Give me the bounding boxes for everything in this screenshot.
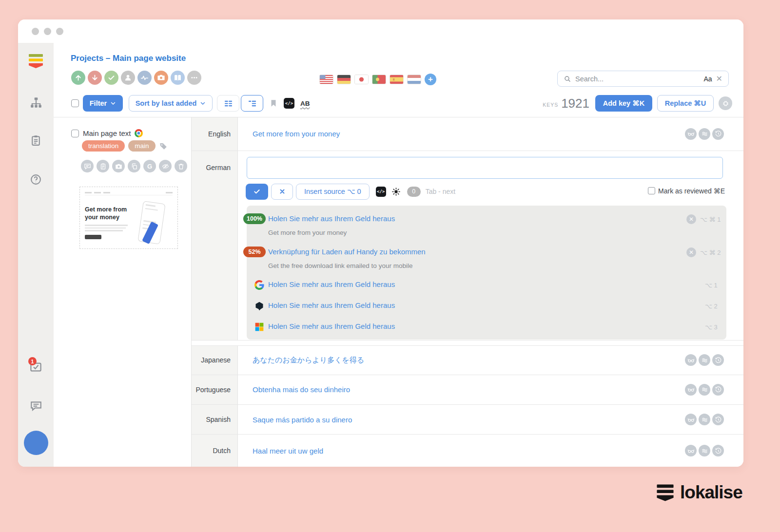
highlight-icon[interactable] [391,187,401,196]
activity-icon[interactable] [137,71,152,85]
lokalise-brand: lokalise [656,482,742,503]
history-icon[interactable] [712,128,724,140]
add-language-icon[interactable]: + [425,74,436,85]
window-control-dot[interactable] [56,28,63,35]
search-input[interactable] [575,75,700,83]
glossary-icon[interactable] [171,71,185,85]
tag-icon[interactable] [159,142,168,151]
user-icon[interactable] [121,71,135,85]
confirm-translation-button[interactable] [246,184,268,200]
mt-suggestion[interactable]: Holen Sie mehr aus Ihrem Geld heraus [268,280,395,288]
dismiss-suggestion-icon[interactable]: ✕ [686,247,696,257]
flag-netherlands-icon[interactable] [407,75,421,84]
waves-icon[interactable] [699,128,710,140]
project-tree-icon[interactable] [18,96,54,109]
waves-icon[interactable] [699,384,710,396]
dismiss-suggestion-icon[interactable]: ✕ [686,214,696,224]
translation-value[interactable]: Haal meer uit uw geld [253,447,323,455]
replace-button[interactable]: Replace ⌘U [657,95,714,112]
translation-value[interactable]: あなたのお金からより多くを得る [253,356,364,365]
flag-united-states-icon[interactable] [319,75,333,84]
select-all-checkbox[interactable] [71,99,79,107]
tag-main[interactable]: main [128,140,155,152]
mt-suggestion[interactable]: Holen Sie mehr aus Ihrem Geld heraus [268,322,395,330]
insert-source-button[interactable]: Insert source ⌥ 0 [296,184,370,200]
tm-suggestion[interactable]: Verknüpfung für Laden auf Handy zu bekom… [268,247,426,256]
approve-icon[interactable] [104,71,118,85]
tm-suggestion-source: Get the free download link emailed to yo… [268,262,412,269]
screenshot-preview[interactable]: Get more from your money [79,187,178,249]
window-control-dot[interactable] [44,28,51,35]
german-translation-input[interactable] [247,157,723,179]
translation-value[interactable]: Obtenha mais do seu dinheiro [253,385,350,394]
deepl-icon [254,301,264,311]
avatar[interactable] [18,431,54,455]
tasks-badge: 1 [28,357,37,365]
cancel-translation-button[interactable] [271,184,293,200]
screenshot-icon[interactable] [154,71,168,85]
code-view-icon[interactable]: </> [284,98,294,109]
delete-icon[interactable] [175,160,187,172]
list-view-toggle[interactable] [217,95,239,112]
clipboard-icon[interactable] [97,160,109,172]
mark-reviewed-control: Mark as reviewed ⌘E [648,187,725,195]
flag-japan-icon[interactable] [354,75,369,84]
flag-portugal-icon[interactable] [372,75,386,84]
add-key-button[interactable]: Add key ⌘K [595,95,652,112]
waves-icon[interactable] [699,354,710,366]
hide-icon[interactable] [159,160,172,172]
sort-dropdown[interactable]: Sort by last added [129,95,213,112]
translation-value[interactable]: Get more from your money [253,130,340,138]
mark-reviewed-checkbox[interactable] [648,187,655,194]
comment-icon[interactable] [81,160,94,172]
window-control-dot[interactable] [32,28,39,35]
key-name[interactable]: Main page text [83,129,131,137]
history-icon[interactable] [712,445,724,456]
translation-row-dutch: Dutch Haal meer uit uw geld [192,435,743,467]
glasses-icon[interactable] [685,128,697,140]
waves-icon[interactable] [699,414,710,425]
mt-suggestion[interactable]: Holen Sie mehr aus Ihrem Geld heraus [268,301,395,309]
language-label: Dutch [192,435,238,467]
glasses-icon[interactable] [685,445,697,456]
help-icon[interactable] [18,173,54,186]
code-view-icon[interactable]: </> [376,187,386,197]
more-icon[interactable] [187,71,201,85]
flag-germany-icon[interactable] [337,75,351,84]
google-icon[interactable]: G [143,160,156,172]
glasses-icon[interactable] [685,384,697,396]
translation-row-japanese: Japanese あなたのお金からより多くを得る [192,345,743,375]
clipboard-icon[interactable] [18,134,54,147]
clear-search-icon[interactable]: ✕ [716,75,722,83]
key-checkbox[interactable] [71,130,79,137]
filter-button[interactable]: Filter [83,95,123,112]
spellcheck-icon[interactable]: AB [300,100,310,107]
lokalise-logo-icon [656,484,675,502]
tree-view-toggle[interactable] [241,95,263,112]
chat-icon[interactable] [18,399,54,412]
tasks-icon[interactable]: 1 [18,361,54,374]
history-icon[interactable] [712,414,724,425]
tag-translation[interactable]: translation [82,140,125,152]
flag-spain-icon[interactable] [390,75,404,84]
translation-value[interactable]: Saque más partido a su dinero [253,416,352,424]
upload-icon[interactable] [71,71,85,85]
suggestion-shortcut: ⌥ ⌘ 1 [700,216,721,223]
tm-match-badge: 100% [243,213,266,224]
match-case-toggle[interactable]: Aa [703,75,712,83]
glasses-icon[interactable] [685,414,697,425]
history-icon[interactable] [712,384,724,396]
char-counter: 0 [407,187,421,197]
screenshot-icon[interactable] [112,160,125,172]
history-icon[interactable] [712,354,724,366]
chrome-platform-icon [135,129,143,137]
glasses-icon[interactable] [685,354,697,366]
tm-suggestion[interactable]: Holen Sie mehr aus Ihrem Geld heraus [268,214,395,223]
lokalise-logo-icon[interactable] [18,54,54,69]
duplicate-icon[interactable] [128,160,140,172]
download-icon[interactable] [88,71,102,85]
language-label: German [192,151,238,340]
editor-settings-icon[interactable] [719,96,732,110]
bookmark-icon[interactable] [269,99,278,108]
waves-icon[interactable] [699,445,710,456]
